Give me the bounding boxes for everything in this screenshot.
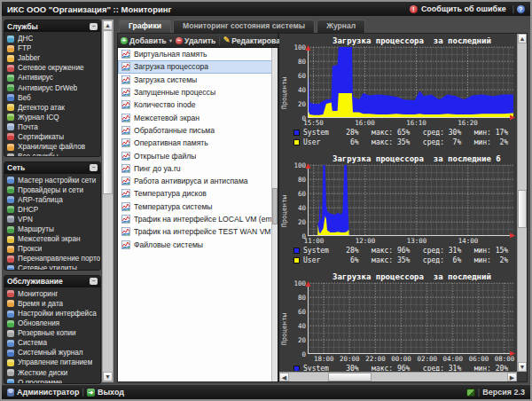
scroll-up-icon[interactable]: ▲ <box>518 34 527 43</box>
legend-swatch <box>293 257 300 263</box>
sidebar-scrollbar[interactable]: ▲ ▼ <box>102 20 113 382</box>
delete-button[interactable]: − Удалить <box>176 36 215 45</box>
scroll-right-icon[interactable]: ▶ <box>507 373 517 381</box>
sidebar-item-attack-detector[interactable]: Детектор атак <box>7 103 100 113</box>
sidebar-item-label: Сертификаты <box>18 133 64 141</box>
sidebar-item-arp-table[interactable]: ARP-таблица <box>7 195 100 205</box>
scroll-down-icon[interactable]: ▼ <box>103 372 113 381</box>
graph-list-item[interactable]: Пинг до ya.ru <box>118 162 278 175</box>
help-icon[interactable]: ? <box>517 5 525 13</box>
sidebar-item-antivirus[interactable]: Антивирус <box>7 73 100 83</box>
graph-list-item[interactable]: Температура системы <box>118 200 278 213</box>
chart-icon <box>121 75 130 84</box>
sidebar-item-backup[interactable]: Резервные копии <box>7 328 100 338</box>
sidebar-item-port-forward[interactable]: Перенаправление портов <box>7 254 100 263</box>
graph-list-item-label: Файловые системы <box>134 240 203 249</box>
chart-icon <box>121 50 130 59</box>
scrollbar-thumb[interactable] <box>103 30 113 194</box>
section-header[interactable]: Обслуживание− <box>4 276 100 287</box>
sidebar-item-all-services[interactable]: Все службы <box>7 152 100 156</box>
section-header[interactable]: Сеть− <box>4 162 100 174</box>
sidebar-item-label: DHCP <box>18 206 38 214</box>
graph-list-item-label: Обработанные письма <box>134 126 215 135</box>
sidebar-item-system[interactable]: Система <box>7 338 100 348</box>
charts-vertical-scrollbar[interactable]: ▲ ▼ <box>517 34 527 372</box>
graph-list-item[interactable]: Количество inode <box>118 98 278 111</box>
scroll-up-icon[interactable]: ▲ <box>103 20 113 30</box>
sidebar-item-icq-log[interactable]: Журнал ICQ <box>7 113 100 122</box>
sidebar-item-drweb[interactable]: Антивирус DrWeb <box>7 83 100 92</box>
sidebar-item-dns[interactable]: ДНС <box>7 34 100 43</box>
sidebar-item-about[interactable]: О программе <box>7 378 100 384</box>
sidebar-item-web[interactable]: Веб <box>7 93 100 103</box>
scrollbar-thumb[interactable] <box>518 190 527 228</box>
graph-list-item[interactable]: Виртуальная память <box>118 48 278 60</box>
sidebar-item-updates[interactable]: Обновления <box>7 318 100 328</box>
sidebar-item-proxy[interactable]: Прокси <box>7 244 100 254</box>
chart-title: Загрузка процессора за последний <box>281 35 516 47</box>
sidebar-item-firewall[interactable]: Межсетевой экран <box>7 234 100 244</box>
current-user[interactable]: Администратор <box>7 388 80 397</box>
sidebar-item-network-wizard[interactable]: Мастер настройки сети <box>7 176 100 185</box>
graph-list-item[interactable]: Трафик на интерфейсе TEST WAN VM (em1) <box>118 225 278 238</box>
chart-1: Загрузка процессора за последнийПроценты… <box>281 35 516 153</box>
collapse-icon[interactable]: − <box>90 278 98 285</box>
graph-list-item[interactable]: Загрузка системы <box>118 74 278 86</box>
tab-system-monitoring[interactable]: Мониторинг состояния системы <box>173 20 315 33</box>
section-header[interactable]: Службы− <box>4 20 100 32</box>
report-error-link[interactable]: Сообщить об ошибке <box>421 4 506 13</box>
sidebar-item-ui-settings[interactable]: Настройки интерфейса <box>7 309 100 318</box>
graph-list-item[interactable]: Обработанные письма <box>118 124 278 137</box>
add-button[interactable]: + Добавить ▼ <box>121 36 173 45</box>
sidebar-item-monitoring[interactable]: Мониторинг <box>7 289 100 299</box>
graph-list-item[interactable]: Загрузка процессора <box>118 60 278 73</box>
scroll-down-icon[interactable]: ▼ <box>518 362 527 372</box>
sidebar-item-network-neighborhood[interactable]: Сетевое окружение <box>7 63 100 73</box>
collapse-icon[interactable]: − <box>90 23 98 30</box>
chart-icon <box>121 240 130 249</box>
system-icon <box>7 340 14 347</box>
tab-journal[interactable]: Журнал <box>317 20 365 33</box>
graph-list-item[interactable]: Работа антивируса и антиспама <box>118 175 278 187</box>
graph-list-item[interactable]: Температура дисков <box>118 187 278 200</box>
tab-graphs[interactable]: Графики <box>119 20 171 33</box>
graph-list-item[interactable]: Трафик на интерфейсе LOCAL VM (em0) <box>118 213 278 225</box>
graph-list-item[interactable]: Запущенные процессы <box>118 86 278 98</box>
list-scrollbar[interactable] <box>271 48 278 381</box>
sidebar-item-vpn[interactable]: VPN <box>7 215 100 224</box>
scrollbar-thumb[interactable] <box>272 188 278 224</box>
scroll-left-icon[interactable]: ◀ <box>279 373 289 381</box>
sidebar-item-jabber[interactable]: Jabber <box>7 53 100 63</box>
scrollbar-thumb[interactable] <box>328 373 372 381</box>
web-icon <box>7 94 14 101</box>
graph-list-item[interactable]: Открытые файлы <box>118 149 278 161</box>
graph-list-item-label: Оперативная память <box>134 138 208 147</box>
sidebar-item-routes[interactable]: Маршруты <box>7 224 100 234</box>
sidebar-item-mail[interactable]: Почта <box>7 122 100 132</box>
y-tick-label: 60 <box>298 72 306 80</box>
graph-list-item[interactable]: Оперативная память <box>118 137 278 149</box>
collapse-icon[interactable]: − <box>90 164 98 171</box>
graph-list-item[interactable]: Межсетевой экран <box>118 111 278 123</box>
sidebar-item-net-utils[interactable]: Сетевые утилиты <box>7 263 100 270</box>
sidebar-item-ftp[interactable]: FTP <box>7 43 100 53</box>
sidebar-item-label: Сетевое окружение <box>18 64 84 72</box>
graph-list-item[interactable]: Файловые системы <box>118 238 278 250</box>
sidebar-item-file-storage[interactable]: Хранилище файлов <box>7 142 100 152</box>
legend-row-user: User 6% макс: 35% сред: 7% мин: 2% <box>293 138 516 147</box>
sidebar-item-datetime[interactable]: Время и дата <box>7 299 100 309</box>
charts-horizontal-scrollbar[interactable]: ◀ ▶ <box>279 372 517 381</box>
ftp-icon <box>7 45 14 52</box>
chevron-down-icon: ▼ <box>168 38 173 43</box>
sidebar-item-certificates[interactable]: Сертификаты <box>7 132 100 142</box>
file-storage-icon <box>7 144 14 151</box>
logout-button[interactable]: ➜ Выход <box>87 388 124 397</box>
sidebar-item-hdd[interactable]: Жесткие диски <box>7 368 100 378</box>
section-title: Сеть <box>7 163 90 172</box>
sidebar-item-power[interactable]: Управление питанием <box>7 358 100 367</box>
sidebar-item-syslog[interactable]: Системный журнал <box>7 348 100 358</box>
sidebar-item-dhcp[interactable]: DHCP <box>7 205 100 215</box>
sidebar-item-providers[interactable]: Провайдеры и сети <box>7 185 100 195</box>
syslog-icon <box>7 350 14 357</box>
all-services-icon <box>7 153 14 157</box>
